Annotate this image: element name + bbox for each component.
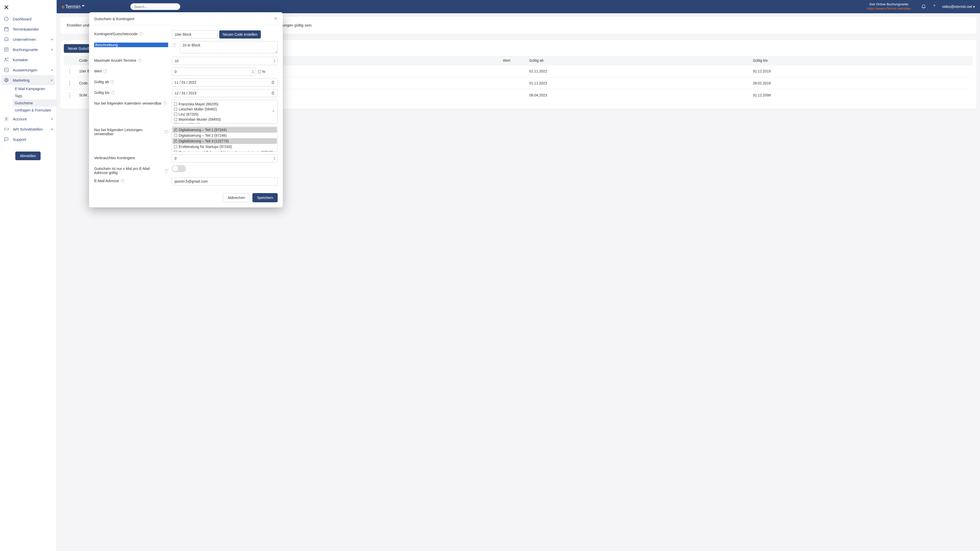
- service-multiselect[interactable]: Digitalisierung – Teil 1 (97244) Digital…: [172, 126, 278, 152]
- label-code: Kontingent/Gutscheincode: [94, 32, 138, 36]
- nav-label: Unternehmen: [13, 37, 36, 41]
- help-icon[interactable]: ?: [111, 91, 115, 95]
- chevron-right-icon: >: [51, 68, 53, 72]
- svg-point-5: [6, 79, 7, 81]
- nav-label: Marketing: [13, 78, 30, 83]
- plug-icon: [3, 126, 9, 132]
- save-button[interactable]: Speichern: [252, 193, 278, 202]
- chevron-right-icon: >: [51, 117, 53, 121]
- close-icon[interactable]: ✕: [3, 3, 9, 11]
- nav-label: Kontakte: [13, 58, 28, 62]
- max-input[interactable]: [172, 57, 278, 65]
- nav-api[interactable]: API Schnittstellen>: [0, 124, 56, 134]
- dots-icon[interactable]: ⋮: [67, 81, 72, 86]
- help-icon[interactable]: ?: [139, 32, 143, 36]
- email-input[interactable]: [172, 177, 278, 186]
- service-option[interactable]: Erstberatung für Startups (97243): [172, 144, 277, 149]
- svg-rect-0: [5, 27, 8, 31]
- service-option[interactable]: Digitalisierung – Teil 3 (122779): [172, 138, 277, 144]
- service-option[interactable]: Digitalisierung – Teil 1 (97244): [172, 127, 277, 133]
- percent-label: %: [262, 70, 265, 74]
- search-wrap: [130, 3, 180, 10]
- used-input[interactable]: [172, 154, 278, 162]
- building-icon: [3, 37, 9, 42]
- label-from: Gültig ab: [94, 80, 109, 84]
- percent-checkbox[interactable]: %: [258, 70, 265, 74]
- topbar: eTermin☁ Ihre Online Buchungsseite https…: [57, 0, 368, 13]
- calendar-option[interactable]: Lieschen Müller (58492): [174, 106, 275, 112]
- nav-contacts[interactable]: Kontakte: [0, 55, 56, 65]
- search-input[interactable]: [130, 3, 180, 10]
- calendar-option[interactable]: Franziska Mayer (66205): [174, 102, 275, 106]
- calendar-option[interactable]: Maximilian Muster (58493): [174, 117, 275, 122]
- help-icon[interactable]: ?: [163, 102, 167, 105]
- help-icon[interactable]: ?: [121, 179, 124, 183]
- spinner-icon[interactable]: ▲▼: [272, 58, 277, 64]
- service-option[interactable]: Digitalisierung – Teil 2 (97246): [172, 133, 277, 138]
- valid-to-input[interactable]: [172, 89, 278, 97]
- value-input[interactable]: [172, 68, 256, 76]
- help-icon[interactable]: ?: [138, 59, 142, 62]
- gear-icon: [3, 116, 9, 122]
- help-icon[interactable]: ?: [164, 130, 168, 134]
- help-icon[interactable]: ?: [103, 69, 107, 73]
- description-input[interactable]: 10 er Block: [180, 41, 278, 53]
- help-icon[interactable]: ?: [165, 169, 168, 173]
- nav-booking[interactable]: Buchungsseite>: [0, 44, 56, 55]
- valid-from-input[interactable]: [172, 78, 278, 86]
- calendar-option[interactable]: Wien (67206): [174, 122, 275, 124]
- nav-support[interactable]: Support: [0, 134, 56, 144]
- help-icon[interactable]: ?: [110, 80, 115, 84]
- logout-button[interactable]: Abmelden: [15, 151, 41, 160]
- nav-reports[interactable]: Auswertungen>: [0, 65, 56, 75]
- chevron-right-icon: >: [51, 127, 53, 131]
- brand-e: e: [62, 4, 65, 10]
- sub-campaigns[interactable]: E-Mail Kampagnen: [13, 85, 56, 92]
- calendar-option[interactable]: Linz (67205): [174, 112, 275, 117]
- nav-company[interactable]: Unternehmen>: [0, 34, 56, 44]
- chart-icon: [3, 67, 9, 73]
- close-icon[interactable]: ✕: [274, 16, 278, 21]
- svg-point-2: [5, 58, 6, 59]
- spinner-icon[interactable]: ▲▼: [272, 155, 277, 162]
- nav-label: Terminkalender: [13, 27, 39, 32]
- nav-calendar[interactable]: Terminkalender: [0, 24, 56, 34]
- calendar-icon[interactable]: 🗓: [271, 80, 275, 85]
- code-input[interactable]: [172, 30, 218, 38]
- dots-icon[interactable]: ⋮: [67, 93, 72, 98]
- service-option[interactable]: Optimierung und Fokus auf Unternehmensst…: [172, 149, 277, 152]
- nav: Dashboard Terminkalender Unternehmen> Bu…: [0, 14, 56, 144]
- modal-footer: Abbrechen Speichern: [89, 193, 283, 206]
- per-email-toggle[interactable]: [172, 165, 186, 172]
- nav-label: Dashboard: [13, 17, 32, 21]
- chevron-down-icon[interactable]: ⌄: [272, 108, 275, 112]
- modal-body: Kontingent/Gutscheincode? Neuen Code ers…: [89, 25, 283, 193]
- col-value: Wert: [290, 56, 368, 65]
- nav-label: API Schnittstellen: [13, 127, 43, 131]
- sub-tags[interactable]: Tags: [13, 92, 56, 100]
- nav-label: Auswertungen: [13, 68, 37, 72]
- page-icon: [3, 47, 9, 52]
- generate-code-button[interactable]: Neuen Code erstellen: [219, 30, 261, 38]
- chevron-right-icon: >: [51, 38, 53, 41]
- nav-label: Buchungsseite: [13, 48, 38, 52]
- calendar-multiselect[interactable]: Franziska Mayer (66205) Lieschen Müller …: [172, 100, 278, 124]
- label-to: Gültig bis: [94, 91, 110, 95]
- spinner-icon[interactable]: ▲▼: [251, 68, 255, 75]
- gauge-icon: [3, 16, 9, 22]
- chevron-right-icon: >: [51, 48, 53, 52]
- nav-account[interactable]: Account>: [0, 114, 56, 124]
- calendar-icon[interactable]: 🗓: [271, 91, 275, 96]
- cloud-icon: ☁: [81, 3, 84, 7]
- label-per-email: Gutschein ist nur x Mal pro E-Mail Adres…: [94, 167, 163, 175]
- sidebar: ✕ Dashboard Terminkalender Unternehmen> …: [0, 0, 57, 206]
- cancel-button[interactable]: Abbrechen: [223, 193, 250, 202]
- sub-vouchers[interactable]: Gutscheine: [13, 100, 56, 106]
- help-icon[interactable]: ?: [172, 43, 176, 47]
- dots-icon[interactable]: ⋮: [67, 68, 72, 74]
- brand-rest: Termin: [65, 4, 80, 10]
- brand-logo: eTermin☁: [62, 4, 84, 10]
- nav-dashboard[interactable]: Dashboard: [0, 14, 56, 24]
- sub-surveys[interactable]: Umfragen & Formulare: [13, 106, 56, 114]
- nav-marketing[interactable]: Marketing>: [2, 75, 55, 85]
